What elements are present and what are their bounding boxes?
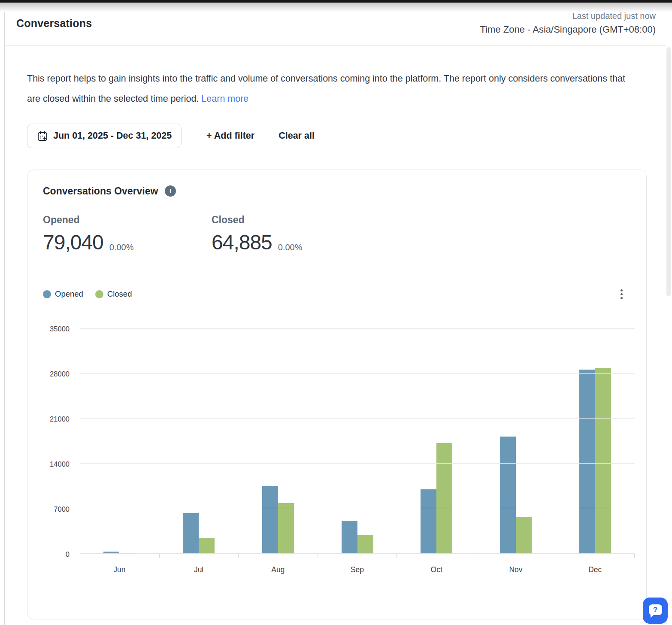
bar-groups [80, 329, 635, 553]
scrollbar-thumb[interactable] [666, 47, 671, 296]
learn-more-link[interactable]: Learn more [201, 94, 248, 104]
bar-group-dec [555, 329, 635, 553]
x-axis-label: Sep [318, 565, 397, 574]
stat-closed-delta: 0.00% [278, 243, 303, 252]
x-tick [555, 554, 635, 558]
legend-row: Opened Closed [43, 288, 635, 300]
y-tick-label: 28000 [50, 370, 70, 378]
stat-opened: Opened 79,040 0.00% [43, 214, 212, 256]
bar-group-jul [159, 329, 239, 553]
window-left-border [4, 12, 5, 625]
x-axis-label: Dec [555, 565, 635, 574]
bar-closed-jun[interactable] [119, 553, 135, 553]
bar-group-jun [80, 329, 159, 553]
x-axis-labels: JunJulAugSepOctNovDec [80, 558, 635, 574]
bar-opened-jul[interactable] [183, 513, 199, 553]
y-axis: 0700014000210002800035000 [43, 329, 70, 554]
stats-row: Opened 79,040 0.00% Closed 64,885 0.00% [43, 214, 635, 256]
x-tick [476, 554, 555, 558]
date-range-picker[interactable]: Jun 01, 2025 - Dec 31, 2025 [27, 124, 182, 148]
help-chat-button[interactable]: ? [643, 598, 668, 624]
legend-label-opened: Opened [55, 289, 83, 299]
y-tick-label: 21000 [50, 415, 70, 423]
bar-closed-dec[interactable] [595, 368, 611, 553]
chart-options-kebab-icon[interactable] [616, 288, 627, 300]
bar-closed-sep[interactable] [357, 535, 373, 553]
x-tick [159, 554, 239, 558]
add-filter-button[interactable]: + Add filter [206, 130, 254, 141]
y-tick-label: 0 [66, 550, 70, 558]
legend-item-opened[interactable]: Opened [43, 289, 83, 299]
y-tick-label: 14000 [50, 460, 70, 468]
stat-closed-value: 64,885 [212, 229, 272, 256]
card-title: Conversations Overview [43, 185, 158, 197]
bar-closed-nov[interactable] [516, 517, 532, 553]
y-tick-label: 7000 [54, 505, 70, 513]
bar-group-nov [476, 329, 556, 553]
legend-item-closed[interactable]: Closed [95, 289, 132, 299]
calendar-plus-icon [37, 130, 48, 142]
plot-area [80, 329, 635, 554]
clear-all-button[interactable]: Clear all [278, 130, 315, 141]
bar-closed-jul[interactable] [199, 538, 215, 553]
x-tick [80, 554, 159, 558]
bar-opened-dec[interactable] [579, 370, 595, 553]
gridline [80, 418, 635, 419]
bar-opened-oct[interactable] [421, 489, 436, 553]
y-tick-label: 35000 [50, 325, 70, 333]
bar-opened-jun[interactable] [103, 552, 119, 553]
gridline [80, 373, 635, 374]
report-description-text: This report helps to gain insights into … [27, 73, 625, 104]
report-description: This report helps to gain insights into … [27, 69, 628, 109]
gridline [80, 328, 635, 329]
bar-chart: 0700014000210002800035000 JunJulAugSepOc… [43, 329, 635, 574]
filter-row: Jun 01, 2025 - Dec 31, 2025 + Add filter… [27, 124, 315, 148]
bar-group-aug [238, 329, 318, 553]
bar-opened-aug[interactable] [262, 486, 278, 553]
bar-closed-aug[interactable] [278, 503, 294, 553]
header-divider [5, 46, 666, 46]
x-axis-ticks [80, 554, 635, 558]
legend-dot-opened-icon [43, 290, 51, 298]
gridline [80, 508, 635, 508]
window-top-shadow [0, 3, 672, 12]
bar-opened-sep[interactable] [342, 521, 357, 553]
bar-group-oct [397, 329, 476, 553]
x-tick [318, 554, 397, 558]
conversations-overview-card: Conversations Overview i Opened 79,040 0… [27, 170, 647, 619]
gridline [80, 463, 635, 464]
header-meta: Last updated just now Time Zone - Asia/S… [480, 9, 656, 37]
page-title: Conversations [16, 17, 92, 30]
legend-label-closed: Closed [107, 289, 132, 299]
info-icon[interactable]: i [165, 185, 176, 197]
date-range-value: Jun 01, 2025 - Dec 31, 2025 [53, 130, 172, 141]
x-axis-label: Jun [80, 565, 159, 574]
stat-opened-label: Opened [43, 214, 212, 226]
bar-group-sep [318, 329, 397, 553]
x-axis-label: Jul [159, 565, 239, 574]
card-title-row: Conversations Overview i [43, 185, 635, 197]
bar-closed-oct[interactable] [436, 443, 452, 553]
bar-opened-nov[interactable] [500, 437, 516, 553]
window-top-bar [0, 0, 672, 3]
legend-dot-closed-icon [95, 290, 103, 298]
x-axis-label: Nov [476, 565, 556, 574]
stat-opened-value: 79,040 [43, 229, 103, 256]
x-tick [238, 554, 318, 558]
x-axis-label: Aug [238, 565, 318, 574]
x-tick [397, 554, 476, 558]
stat-closed: Closed 64,885 0.00% [212, 214, 380, 256]
help-chat-icon: ? [649, 604, 662, 615]
stat-opened-delta: 0.00% [109, 243, 134, 252]
timezone-text: Time Zone - Asia/Singapore (GMT+08:00) [480, 22, 656, 37]
stat-closed-label: Closed [212, 214, 380, 226]
x-axis-label: Oct [397, 565, 476, 574]
